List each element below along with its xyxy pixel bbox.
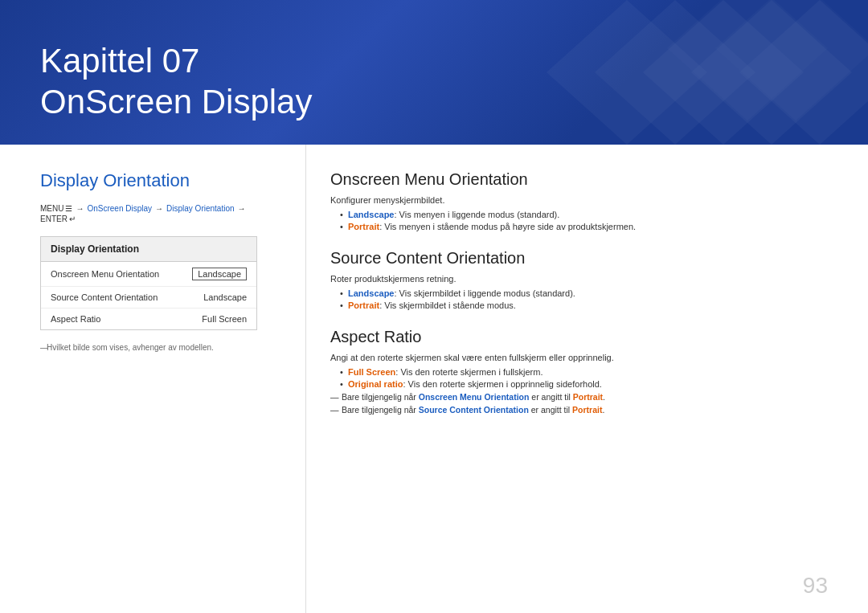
link-landscape-2: Landscape [348, 288, 394, 298]
note-line-1: Bare tilgjengelig når Onscreen Menu Orie… [330, 392, 828, 402]
header-decoration [466, 0, 868, 145]
breadcrumb-arrow-2: → [155, 204, 163, 213]
menu-row-aspect[interactable]: Aspect Ratio Full Screen [41, 309, 256, 329]
list-item-original-ratio: Original ratio: Vis den roterte skjermen… [340, 379, 828, 389]
footnote: Hvilket bilde som vises, avhenger av mod… [40, 343, 273, 352]
section-onscreen-menu-desc: Konfigurer menyskjermbildet. [330, 195, 828, 205]
breadcrumb-item-2: Display Orientation [166, 204, 234, 213]
link-fullscreen: Full Screen [348, 367, 395, 377]
link-portrait-2: Portrait [348, 300, 379, 310]
breadcrumb-item-1: OnScreen Display [87, 204, 152, 213]
section-onscreen-menu: Onscreen Menu Orientation Konfigurer men… [330, 170, 828, 231]
breadcrumb-menu-icon: ☰ [65, 204, 72, 213]
breadcrumb-enter-icon: ↵ [69, 215, 76, 223]
menu-row-label-source: Source Content Orientation [51, 292, 158, 302]
menu-box: Display Orientation Onscreen Menu Orient… [40, 236, 257, 330]
right-column: Onscreen Menu Orientation Konfigurer men… [305, 145, 868, 613]
list-item-portrait-2: Portrait: Vis skjermbildet i stående mod… [340, 300, 828, 310]
section-aspect-ratio-desc: Angi at den roterte skjermen skal være e… [330, 353, 828, 362]
note-link-onscreen-menu: Onscreen Menu Orientation [419, 392, 530, 402]
left-column: Display Orientation MENU ☰ → OnScreen Di… [0, 145, 305, 613]
list-item-portrait-1: Portrait: Vis menyen i stående modus på … [340, 222, 828, 231]
menu-row-label-onscreen: Onscreen Menu Orientation [51, 269, 159, 279]
menu-row-source[interactable]: Source Content Orientation Landscape [41, 287, 256, 309]
menu-row-onscreen[interactable]: Onscreen Menu Orientation Landscape [41, 262, 256, 287]
section-source-content: Source Content Orientation Roter produkt… [330, 249, 828, 310]
link-portrait-1: Portrait [348, 222, 379, 231]
menu-row-label-aspect: Aspect Ratio [51, 314, 100, 324]
header-title: Kapittel 07 OnScreen Display [40, 41, 312, 122]
menu-row-value-aspect: Full Screen [202, 314, 247, 324]
note-link-portrait-1: Portrait [573, 392, 603, 402]
left-section-title: Display Orientation [40, 170, 273, 191]
chapter-text: Kapittel 07 [40, 41, 312, 81]
section-source-content-title: Source Content Orientation [330, 249, 828, 268]
main-content: Display Orientation MENU ☰ → OnScreen Di… [0, 145, 868, 613]
title-text: OnScreen Display [40, 82, 312, 122]
list-item-landscape-1: Landscape: Vis menyen i liggende modus (… [340, 210, 828, 219]
page-number: 93 [803, 573, 828, 599]
section-aspect-ratio-title: Aspect Ratio [330, 328, 828, 346]
section-onscreen-menu-list: Landscape: Vis menyen i liggende modus (… [330, 210, 828, 231]
section-aspect-ratio-list: Full Screen: Vis den roterte skjermen i … [330, 367, 828, 389]
list-item-landscape-2: Landscape: Vis skjermbildet i liggende m… [340, 288, 828, 298]
breadcrumb-enter-label: ENTER [40, 215, 68, 223]
breadcrumb-menu-label: MENU [40, 204, 63, 213]
menu-row-value-onscreen: Landscape [192, 268, 247, 280]
note-link-source-content: Source Content Orientation [419, 405, 529, 415]
breadcrumb: MENU ☰ → OnScreen Display → Display Orie… [40, 204, 273, 223]
section-aspect-ratio: Aspect Ratio Angi at den roterte skjerme… [330, 328, 828, 415]
section-source-content-desc: Roter produktskjermens retning. [330, 274, 828, 284]
note-link-portrait-2: Portrait [572, 405, 602, 415]
breadcrumb-arrow-3: → [238, 204, 246, 213]
section-source-content-list: Landscape: Vis skjermbildet i liggende m… [330, 288, 828, 310]
section-onscreen-menu-title: Onscreen Menu Orientation [330, 170, 828, 189]
note-line-2: Bare tilgjengelig når Source Content Ori… [330, 405, 828, 415]
menu-box-header: Display Orientation [41, 237, 256, 262]
link-original-ratio: Original ratio [348, 379, 403, 389]
breadcrumb-arrow-1: → [76, 204, 84, 213]
link-landscape-1: Landscape [348, 210, 394, 219]
menu-row-value-source: Landscape [203, 292, 247, 302]
header: Kapittel 07 OnScreen Display [0, 0, 868, 145]
list-item-fullscreen: Full Screen: Vis den roterte skjermen i … [340, 367, 828, 377]
